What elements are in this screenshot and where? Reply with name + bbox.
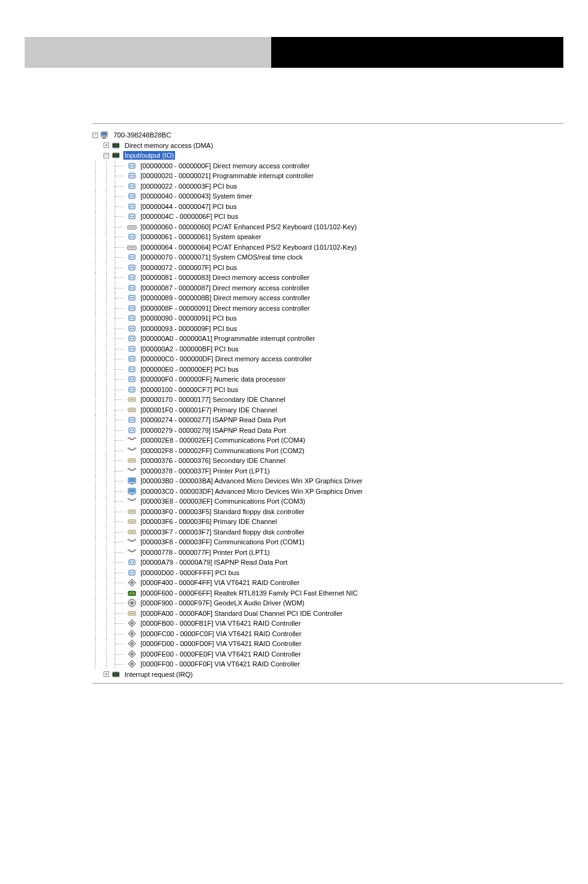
tree-item[interactable]: [00000100 - 00000CF7] PCI bus bbox=[92, 385, 563, 395]
item-label: [00000044 - 00000047] PCI bus bbox=[139, 202, 238, 211]
tree-item[interactable]: [000000A0 - 000000A1] Programmable inter… bbox=[92, 334, 563, 344]
tree-item[interactable]: [00000064 - 00000064] PC/AT Enhanced PS/… bbox=[92, 242, 563, 253]
item-label: [00000087 - 00000087] Direct memory acce… bbox=[139, 284, 311, 292]
item-label: [000000A2 - 000000BF] PCI bus bbox=[139, 345, 240, 353]
tree-node-io[interactable]: − Input/output (IO) bbox=[92, 150, 563, 161]
tree-item[interactable]: [00000D00 - 0000FFFF] PCI bus bbox=[92, 568, 563, 578]
ide-icon bbox=[127, 395, 137, 404]
tree-item[interactable]: [0000FE00 - 0000FE0F] VIA VT6421 RAID Co… bbox=[92, 649, 563, 660]
tree-item[interactable]: [0000FF00 - 0000FF0F] VIA VT6421 RAID Co… bbox=[92, 659, 563, 669]
tree-item[interactable]: [000003F0 - 000003F5] Standard floppy di… bbox=[92, 507, 563, 517]
tree-item[interactable]: [00000070 - 00000071] System CMOS/real t… bbox=[92, 252, 563, 263]
tree-item[interactable]: [0000FC00 - 0000FC0F] VIA VT6421 RAID Co… bbox=[92, 629, 563, 639]
tree-item[interactable]: [000000F0 - 000000FF] Numeric data proce… bbox=[92, 374, 563, 385]
tree-item[interactable]: [0000008F - 00000091] Direct memory acce… bbox=[92, 303, 563, 314]
header-left bbox=[25, 37, 271, 68]
tree-item[interactable]: [000003F7 - 000003F7] Standard floppy di… bbox=[92, 527, 563, 538]
tree-item[interactable]: [00000778 - 0000077F] Printer Port (LPT1… bbox=[92, 547, 563, 558]
port-icon bbox=[127, 415, 137, 425]
tree-item[interactable]: [000003B0 - 000003BA] Advanced Micro Dev… bbox=[92, 476, 563, 486]
item-label: [00000000 - 0000000F] Direct memory acce… bbox=[139, 162, 311, 170]
tree-item[interactable]: [00000081 - 00000083] Direct memory acce… bbox=[92, 272, 563, 283]
tree-item[interactable]: [00000274 - 00000277] ISAPNP Read Data P… bbox=[92, 415, 563, 425]
io-items: [00000000 - 0000000F] Direct memory acce… bbox=[92, 161, 563, 669]
port-icon bbox=[127, 181, 137, 191]
item-label: [00000093 - 0000009F] PCI bus bbox=[139, 324, 239, 333]
item-label: [0000008F - 00000091] Direct memory acce… bbox=[139, 304, 311, 313]
tree-item[interactable]: [00000090 - 00000091] PCI bus bbox=[92, 313, 563, 324]
tree-item[interactable]: [00000044 - 00000047] PCI bus bbox=[92, 202, 563, 212]
tree-item[interactable]: [000000A2 - 000000BF] PCI bus bbox=[92, 344, 563, 354]
expander-plus-icon[interactable]: + bbox=[104, 671, 109, 677]
raid-icon bbox=[127, 629, 137, 639]
tree-item[interactable]: [00000020 - 00000021] Programmable inter… bbox=[92, 171, 563, 181]
ide-icon bbox=[127, 456, 137, 465]
expander-plus-icon[interactable]: + bbox=[104, 142, 109, 148]
port-icon bbox=[127, 232, 137, 242]
tree-item[interactable]: [00000087 - 00000087] Direct memory acce… bbox=[92, 283, 563, 293]
tree-item[interactable]: [0000F400 - 0000F4FF] VIA VT6421 RAID Co… bbox=[92, 578, 563, 588]
item-label: [00000022 - 0000003F] PCI bus bbox=[139, 182, 239, 190]
tree-item[interactable]: [00000022 - 0000003F] PCI bus bbox=[92, 181, 563, 192]
irq-label: Interrupt request (IRQ) bbox=[123, 670, 194, 679]
tree-item[interactable]: [00000000 - 0000000F] Direct memory acce… bbox=[92, 161, 563, 171]
port-icon bbox=[127, 568, 137, 578]
tree-item[interactable]: [00000060 - 00000060] PC/AT Enhanced PS/… bbox=[92, 222, 563, 232]
tree-item[interactable]: [0000FA00 - 0000FA0F] Standard Dual Chan… bbox=[92, 608, 563, 619]
tree-item[interactable]: [0000F600 - 0000F6FF] Realtek RTL8139 Fa… bbox=[92, 588, 563, 599]
item-label: [00000070 - 00000071] System CMOS/real t… bbox=[139, 253, 304, 261]
audio-icon bbox=[127, 598, 137, 608]
tree-node-irq[interactable]: + Interrupt request (IRQ) bbox=[92, 669, 563, 680]
tree-node-dma[interactable]: + Direct memory access (DMA) bbox=[92, 141, 563, 151]
tree-item[interactable]: [000001F0 - 000001F7] Primary IDE Channe… bbox=[92, 405, 563, 415]
tree-item[interactable]: [000000E0 - 000000EF] PCI bus bbox=[92, 364, 563, 375]
tree-item[interactable]: [00000279 - 00000279] ISAPNP Read Data P… bbox=[92, 425, 563, 436]
tree-item[interactable]: [0000004C - 0000006F] PCI bus bbox=[92, 211, 563, 222]
item-label: [00000100 - 00000CF7] PCI bus bbox=[139, 385, 239, 394]
item-label: [00000072 - 0000007F] PCI bus bbox=[139, 263, 239, 272]
tree-root[interactable]: − 700-398248B28BC bbox=[92, 130, 563, 141]
tree-item[interactable]: [000002F8 - 000002FF] Communications Por… bbox=[92, 446, 563, 456]
port-icon bbox=[127, 252, 137, 262]
tree-item[interactable]: [00000089 - 0000008B] Direct memory acce… bbox=[92, 293, 563, 303]
tree-item[interactable]: [000002E8 - 000002EF] Communications Por… bbox=[92, 435, 563, 446]
port-icon bbox=[127, 344, 137, 354]
item-label: [0000FF00 - 0000FF0F] VIA VT6421 RAID Co… bbox=[139, 660, 301, 668]
item-label: [00000D00 - 0000FFFF] PCI bus bbox=[139, 568, 240, 577]
tree-item[interactable]: [00000170 - 00000177] Secondary IDE Chan… bbox=[92, 395, 563, 405]
item-label: [0000F900 - 0000F97F] GeodeLX Audio Driv… bbox=[139, 599, 306, 607]
tree-item[interactable]: [000003C0 - 000003DF] Advanced Micro Dev… bbox=[92, 486, 563, 497]
tree-item[interactable]: [0000FB00 - 0000FB1F] VIA VT6421 RAID Co… bbox=[92, 618, 563, 629]
tree-item[interactable]: [000003E8 - 000003EF] Communications Por… bbox=[92, 496, 563, 507]
item-label: [00000090 - 00000091] PCI bus bbox=[139, 314, 238, 322]
tree-item[interactable]: [000000C0 - 000000DF] Direct memory acce… bbox=[92, 354, 563, 364]
tree-item[interactable]: [00000093 - 0000009F] PCI bus bbox=[92, 324, 563, 334]
keyboard-icon bbox=[127, 222, 137, 232]
item-label: [00000279 - 00000279] ISAPNP Read Data P… bbox=[139, 426, 287, 435]
tree-item[interactable]: [00000378 - 0000037F] Printer Port (LPT1… bbox=[92, 466, 563, 477]
tree-item[interactable]: [00000072 - 0000007F] PCI bus bbox=[92, 263, 563, 273]
tree-item[interactable]: [000003F8 - 000003FF] Communications Por… bbox=[92, 537, 563, 547]
item-label: [00000040 - 00000043] System timer bbox=[139, 192, 253, 200]
tree-item[interactable]: [00000040 - 00000043] System timer bbox=[92, 191, 563, 202]
expander-minus-icon[interactable]: − bbox=[104, 153, 109, 158]
item-label: [00000376 - 00000376] Secondary IDE Chan… bbox=[139, 456, 287, 465]
tree-item[interactable]: [00000A79 - 00000A79] ISAPNP Read Data P… bbox=[92, 557, 563, 568]
port-icon bbox=[127, 324, 137, 334]
svg-rect-1 bbox=[102, 133, 107, 136]
item-label: [00000274 - 00000277] ISAPNP Read Data P… bbox=[139, 415, 287, 424]
item-label: [0000004C - 0000006F] PCI bus bbox=[139, 212, 239, 221]
expander-minus-icon[interactable]: − bbox=[92, 133, 98, 138]
tree-item[interactable]: [00000061 - 00000061] System speaker bbox=[92, 232, 563, 242]
port-icon bbox=[127, 263, 137, 272]
item-label: [000003F0 - 000003F5] Standard floppy di… bbox=[139, 507, 306, 516]
keyboard-icon bbox=[127, 242, 137, 252]
item-label: [000000E0 - 000000EF] PCI bus bbox=[139, 365, 240, 374]
tree-item[interactable]: [0000FD00 - 0000FD0F] VIA VT6421 RAID Co… bbox=[92, 639, 563, 649]
item-label: [00000020 - 00000021] Programmable inter… bbox=[139, 171, 315, 180]
tree-item[interactable]: [0000F900 - 0000F97F] GeodeLX Audio Driv… bbox=[92, 598, 563, 608]
tree-item[interactable]: [000003F6 - 000003F6] Primary IDE Channe… bbox=[92, 517, 563, 527]
svg-rect-15 bbox=[113, 153, 119, 157]
tree-item[interactable]: [00000376 - 00000376] Secondary IDE Chan… bbox=[92, 456, 563, 466]
raid-icon bbox=[127, 659, 137, 669]
